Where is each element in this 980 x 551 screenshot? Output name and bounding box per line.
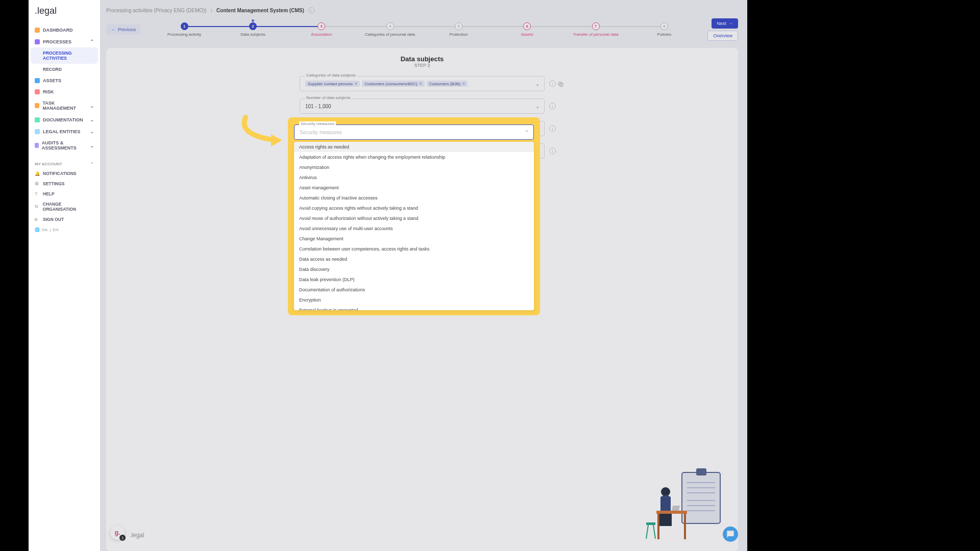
processes-icon xyxy=(35,39,40,44)
nav-documentation[interactable]: DOCUMENTATION ⌄ xyxy=(31,114,98,126)
illustration xyxy=(631,462,723,551)
info-icon[interactable]: i xyxy=(549,81,556,87)
legal-icon xyxy=(35,129,40,134)
security-dropdown-list: Access rights as neededAdaptation of acc… xyxy=(294,142,534,310)
dropdown-item[interactable]: Antivirus xyxy=(294,172,534,183)
my-account-title: MY ACCOUNT ⌃ xyxy=(31,158,98,168)
categories-input[interactable]: Supplier contact persons×Customers (cons… xyxy=(300,76,545,91)
account-help[interactable]: ? HELP xyxy=(31,189,98,199)
account-settings[interactable]: ⚙ SETTINGS xyxy=(31,179,98,189)
dropdown-item[interactable]: Data discovery xyxy=(294,264,534,274)
dropdown-item[interactable]: Correlation between user competences, ac… xyxy=(294,244,534,254)
dropdown-item[interactable]: Documentation of authorizations xyxy=(294,285,534,295)
doc-icon xyxy=(35,117,40,122)
card-step: STEP 2 xyxy=(115,63,729,68)
field-categories: Categories of data subjects Supplier con… xyxy=(300,76,545,91)
info-icon[interactable]: i xyxy=(549,103,556,110)
chevron-down-icon[interactable]: ⌄ xyxy=(535,104,540,109)
nav-risk[interactable]: RISK xyxy=(31,86,98,97)
chip: Customers (B2B)× xyxy=(427,81,468,87)
nav-task-management[interactable]: TASK MANAGEMENT ⌄ xyxy=(31,97,98,114)
step-circle: 3 xyxy=(317,22,325,30)
badge-count: 3 xyxy=(119,535,126,541)
chat-button[interactable] xyxy=(723,527,738,542)
overview-button[interactable]: Overview xyxy=(707,31,738,41)
dropdown-item[interactable]: Change Management xyxy=(294,234,534,244)
dropdown-item[interactable]: External backup is encrypted xyxy=(294,305,534,310)
nav-assets[interactable]: ASSETS xyxy=(31,75,98,86)
chevron-down-icon: ⌄ xyxy=(90,103,94,109)
info-icon[interactable]: i xyxy=(549,126,556,132)
step-3[interactable]: 3Association xyxy=(287,22,356,37)
nav-processes[interactable]: PROCESSES ⌃ xyxy=(31,36,98,47)
step-2[interactable]: ▼2Data subjects xyxy=(218,22,287,37)
step-5[interactable]: 5Protection xyxy=(424,22,493,37)
step-8[interactable]: 8Policies xyxy=(630,22,698,37)
step-7[interactable]: 7Transfer of personal data xyxy=(561,22,630,37)
assets-icon xyxy=(35,78,40,83)
chevron-up-icon[interactable]: ⌃ xyxy=(90,162,94,166)
dropdown-item[interactable]: Adaptation of access rights when changin… xyxy=(294,152,534,162)
logo: .legal xyxy=(31,4,98,24)
gear-icon: ⚙ xyxy=(35,181,40,186)
nav-label: AUDITS & ASSESSMENTS xyxy=(42,140,87,151)
language-switch[interactable]: 🌐 DA | EN xyxy=(31,224,98,236)
lang-en[interactable]: EN xyxy=(53,228,58,233)
nav-legal-entities[interactable]: LEGAL ENTITIES ⌄ xyxy=(31,126,98,137)
nav-label: DASHBOARD xyxy=(43,28,73,33)
security-input[interactable]: Security measures xyxy=(294,124,534,140)
dropdown-item[interactable]: Anonymization xyxy=(294,162,534,172)
chevron-down-icon: ⌄ xyxy=(90,117,94,122)
chevron-right-icon: › xyxy=(211,8,212,13)
nav-dashboard[interactable]: DASHBOARD xyxy=(31,24,98,36)
step-circle: 4 xyxy=(386,22,394,30)
chevron-down-icon: ⌄ xyxy=(90,129,94,134)
dropdown-item[interactable]: Automatic closing of inactive accesses xyxy=(294,193,534,203)
info-icon[interactable]: i xyxy=(308,7,314,13)
dropdown-item[interactable]: Avoid unnecessary use of multi-user acco… xyxy=(294,223,534,234)
task-icon xyxy=(35,103,39,108)
nav-label: PROCESSES xyxy=(43,39,71,44)
chip-remove-icon[interactable]: × xyxy=(355,81,357,86)
chip-remove-icon[interactable]: × xyxy=(419,81,422,86)
account-label: HELP xyxy=(43,191,55,196)
field-label: Security measures xyxy=(299,121,336,126)
step-label: Protection xyxy=(449,32,468,37)
nav-processing-activities[interactable]: PROCESSING ACTIVITIES xyxy=(31,47,98,64)
step-1[interactable]: 1Processing activity xyxy=(150,22,218,37)
dropdown-item[interactable]: Avoid copying access rights without acti… xyxy=(294,203,534,213)
arrow-right-icon: → xyxy=(728,21,733,26)
chevron-up-icon[interactable]: ⌃ xyxy=(525,130,529,135)
bell-icon: 🔔 xyxy=(35,171,40,176)
svg-line-17 xyxy=(646,525,648,539)
account-sign-out[interactable]: ⎋ SIGN OUT xyxy=(31,214,98,224)
dropdown-item[interactable]: Asset management xyxy=(294,183,534,193)
dropdown-item[interactable]: Access rights as needed xyxy=(294,142,534,152)
dropdown-item[interactable]: Avoid reuse of authorization without act… xyxy=(294,213,534,223)
nav-label: LEGAL ENTITIES xyxy=(43,129,80,134)
copy-icon[interactable] xyxy=(557,81,564,87)
nav-audits[interactable]: AUDITS & ASSESSMENTS ⌄ xyxy=(31,137,98,154)
chip: Customers (consumers/B2C)× xyxy=(362,81,424,87)
field-label: Categories of data subjects xyxy=(305,73,357,78)
chip-remove-icon[interactable]: × xyxy=(462,81,465,86)
nav-record[interactable]: RECORD xyxy=(31,64,98,75)
chevron-down-icon[interactable]: ⌄ xyxy=(535,81,540,87)
info-icon[interactable]: i xyxy=(549,148,556,155)
account-change-org[interactable]: ↻ CHANGE ORGANISATION xyxy=(31,199,98,214)
num-subjects-input[interactable]: 101 - 1,000 xyxy=(300,98,545,114)
dropdown-item[interactable]: Encryption xyxy=(294,295,534,305)
field-label: Number of data subjects xyxy=(305,95,352,100)
security-dropdown-highlight: Security measures Security measures ⌃ Ac… xyxy=(289,118,539,314)
dropdown-item[interactable]: Data access as needed xyxy=(294,254,534,264)
svg-rect-3 xyxy=(682,472,720,523)
lang-da[interactable]: DA xyxy=(42,228,47,233)
previous-button[interactable]: ← Previous xyxy=(106,24,141,35)
account-notifications[interactable]: 🔔 NOTIFICATIONS xyxy=(31,168,98,179)
dropdown-item[interactable]: Data leak prevention (DLP) xyxy=(294,274,534,285)
help-badge[interactable]: g. 3 xyxy=(110,525,125,540)
step-4[interactable]: 4Categories of personal data xyxy=(356,22,424,37)
step-6[interactable]: 6Assets xyxy=(493,22,561,37)
next-button[interactable]: Next → xyxy=(712,18,738,29)
breadcrumb-prev[interactable]: Processing activities (Privacy ENG (DEMO… xyxy=(106,8,207,13)
